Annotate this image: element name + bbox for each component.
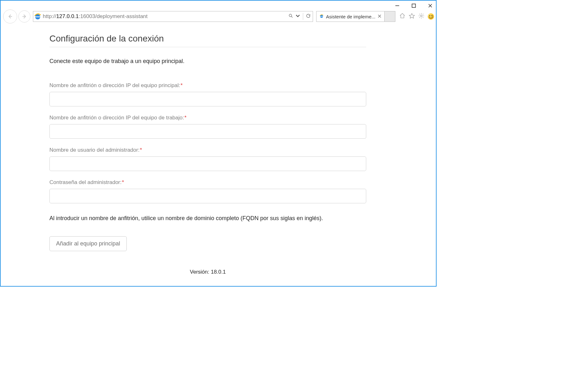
- input-work-host[interactable]: [49, 124, 366, 139]
- browser-tab-active[interactable]: Asistente de impleme...: [316, 11, 385, 22]
- feedback-smiley-icon[interactable]: [428, 13, 434, 20]
- window-maximize-button[interactable]: [410, 2, 418, 10]
- intro-text: Conecte este equipo de trabajo a un equi…: [49, 58, 366, 65]
- required-mark: *: [184, 115, 187, 121]
- field-primary-host: Nombre de anfitrión o dirección IP del e…: [49, 82, 366, 106]
- settings-gear-icon[interactable]: [418, 13, 425, 20]
- field-work-host: Nombre de anfitrión o dirección IP del e…: [49, 115, 366, 139]
- label-admin-user: Nombre de usuario del administrador:*: [49, 147, 366, 153]
- label-admin-pass: Contraseña del administrador:*: [49, 179, 366, 186]
- address-bar[interactable]: http://127.0.0.1:16003/deployment-assist…: [33, 11, 313, 22]
- svg-point-13: [420, 15, 422, 16]
- page-content: Configuración de la conexión Conecte est…: [49, 34, 366, 275]
- ie-window: http://127.0.0.1:16003/deployment-assist…: [0, 0, 437, 287]
- required-mark: *: [122, 179, 124, 185]
- svg-line-8: [291, 16, 292, 17]
- input-primary-host[interactable]: [49, 92, 366, 106]
- browser-tools: [397, 13, 434, 20]
- separator: [303, 13, 303, 20]
- required-mark: *: [181, 82, 183, 88]
- tab-close-icon[interactable]: [377, 14, 382, 19]
- svg-rect-1: [412, 4, 416, 8]
- window-close-button[interactable]: [426, 2, 434, 10]
- home-icon[interactable]: [399, 13, 406, 20]
- field-admin-pass: Contraseña del administrador:*: [49, 179, 366, 203]
- field-admin-user: Nombre de usuario del administrador:*: [49, 147, 366, 171]
- helper-text: Al introducir un nombre de anfitrión, ut…: [49, 214, 354, 222]
- new-tab-button[interactable]: [385, 11, 395, 22]
- url-port: :16003: [79, 13, 95, 20]
- favorites-icon[interactable]: [409, 13, 415, 20]
- input-admin-user[interactable]: [49, 156, 366, 171]
- search-dropdown-icon[interactable]: [295, 13, 300, 20]
- tab-title: Asistente de impleme...: [326, 14, 375, 19]
- label-work-host-text: Nombre de anfitrión o dirección IP del e…: [49, 115, 184, 121]
- page-title: Configuración de la conexión: [49, 34, 366, 47]
- window-controls: [393, 2, 434, 10]
- url-scheme: http://: [43, 13, 56, 20]
- refresh-icon[interactable]: [306, 13, 311, 20]
- address-tools: [286, 11, 313, 22]
- required-mark: *: [140, 147, 142, 153]
- nav-back-button[interactable]: [3, 10, 17, 23]
- url-path: /deployment-assistant: [95, 13, 147, 20]
- input-admin-pass[interactable]: [49, 189, 366, 203]
- label-work-host: Nombre de anfitrión o dirección IP del e…: [49, 115, 366, 121]
- nav-forward-button[interactable]: [18, 10, 30, 22]
- page-viewport: Configuración de la conexión Conecte est…: [1, 25, 436, 286]
- browser-chrome: http://127.0.0.1:16003/deployment-assist…: [1, 8, 436, 25]
- svg-marker-12: [409, 14, 415, 18]
- label-primary-host-text: Nombre de anfitrión o dirección IP del e…: [49, 82, 180, 88]
- ie-logo-icon: [33, 11, 42, 22]
- label-admin-user-text: Nombre de usuario del administrador:: [49, 147, 139, 153]
- ie-page-icon: [319, 14, 324, 20]
- label-admin-pass-text: Contraseña del administrador:: [49, 179, 122, 185]
- address-text[interactable]: http://127.0.0.1:16003/deployment-assist…: [42, 11, 286, 22]
- url-host: 127.0.0.1: [56, 13, 79, 20]
- window-minimize-button[interactable]: [393, 2, 401, 10]
- svg-point-7: [289, 14, 292, 17]
- search-icon[interactable]: [288, 13, 293, 20]
- label-primary-host: Nombre de anfitrión o dirección IP del e…: [49, 82, 366, 89]
- tabstrip: Asistente de impleme...: [316, 11, 395, 22]
- submit-add-to-primary-button[interactable]: Añadir al equipo principal: [49, 236, 127, 251]
- version-label: Versión: 18.0.1: [49, 269, 366, 275]
